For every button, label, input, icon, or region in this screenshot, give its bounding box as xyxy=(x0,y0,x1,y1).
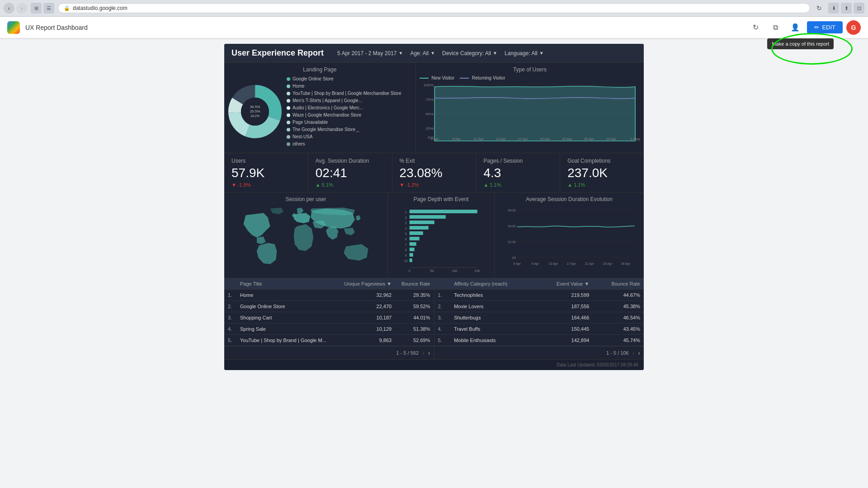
reader-btn[interactable]: ☰ xyxy=(43,3,54,14)
new-visitor-legend: New Visitor xyxy=(420,75,454,80)
report-header: User Experience Report 5 Apr 2017 - 2 Ma… xyxy=(224,44,644,63)
affinity-value-3: 164,466 xyxy=(536,312,593,324)
legend-dot-5 xyxy=(287,106,290,110)
reload-button[interactable]: ↻ xyxy=(814,3,825,14)
metric-users-label: Users xyxy=(231,158,301,164)
svg-text:04:30: 04:30 xyxy=(508,209,516,212)
legend-dot-1 xyxy=(287,77,290,81)
landing-page-section: Landing Page xyxy=(224,63,416,153)
svg-text:25%: 25% xyxy=(425,126,434,130)
legend-item-8: The Google Merchandise Store _ xyxy=(287,126,401,133)
row-num-3: 3. xyxy=(224,312,236,324)
page-table-header: Page Title Unique Pageviews ▼ Bounce Rat… xyxy=(224,278,434,290)
edit-pencil-icon: ✏ xyxy=(814,24,819,31)
svg-text:9 Apr: 9 Apr xyxy=(532,262,539,266)
affinity-bounce-2: 45.38% xyxy=(593,301,644,312)
row-views-5: 9,863 xyxy=(337,335,396,346)
svg-text:7: 7 xyxy=(405,243,407,246)
world-map-svg xyxy=(228,205,384,274)
row-title-2: Google Online Store xyxy=(236,301,337,312)
report-container: User Experience Report 5 Apr 2017 - 2 Ma… xyxy=(224,44,644,370)
language-arrow: ▼ xyxy=(539,51,544,56)
page-table-prev[interactable]: ‹ xyxy=(422,349,425,357)
fullscreen-btn[interactable]: ⊡ xyxy=(854,3,864,14)
legend-item-5: Audio | Electronics | Google Merc... xyxy=(287,104,401,112)
row-views-3: 10,187 xyxy=(337,312,396,324)
new-visitor-label: New Visitor xyxy=(432,75,454,80)
edit-label: EDIT xyxy=(822,24,835,31)
legend-dot-2 xyxy=(287,84,290,88)
affinity-bounce-1: 44.67% xyxy=(593,290,644,301)
dashboard-wrapper: User Experience Report 5 Apr 2017 - 2 Ma… xyxy=(217,38,651,375)
legend-label-5: Audio | Electronics | Google Merc... xyxy=(292,104,363,112)
refresh-report-button[interactable]: ↻ xyxy=(747,19,764,36)
metric-goal-change: ▲ 1.1% xyxy=(567,182,637,188)
svg-text:0: 0 xyxy=(409,269,410,272)
affinity-value-5: 142,894 xyxy=(536,335,593,346)
age-filter[interactable]: Age: All ▼ xyxy=(410,50,435,56)
bar-8 xyxy=(410,248,415,251)
col-bounce-rate-a: Bounce Rate xyxy=(593,278,644,290)
legend-item-10: others xyxy=(287,141,401,148)
bar-1 xyxy=(410,210,477,213)
table-row: 5. YouTube | Shop by Brand | Google M...… xyxy=(224,335,434,346)
row-bounce-2: 59.52% xyxy=(395,301,434,312)
download-btn[interactable]: ⬇ xyxy=(828,3,839,14)
page-table-body: 1. Home 32,962 29.35% 2. Google Online S… xyxy=(224,290,434,346)
type-users-section: Type of Users New Visitor Returning Visi… xyxy=(416,63,644,153)
row-bounce-3: 44.01% xyxy=(395,312,434,324)
page-table-next[interactable]: › xyxy=(428,349,430,357)
metric-goal: Goal Completions 237.0K ▲ 1.1% xyxy=(560,153,644,192)
share-btn[interactable]: ⬆ xyxy=(841,3,852,14)
donut-container: 30.5% 25.5% 18.2% Google Online Store Ho… xyxy=(228,75,412,148)
edit-button[interactable]: ✏ EDIT xyxy=(807,21,843,33)
legend-item-2: Home xyxy=(287,83,401,90)
affinity-num-3: 3. xyxy=(434,312,451,324)
tab-btn[interactable]: ⊞ xyxy=(31,3,42,14)
svg-text:13 Apr: 13 Apr xyxy=(549,262,558,266)
svg-text:03:00: 03:00 xyxy=(508,225,516,228)
session-per-user-title: Session per user xyxy=(228,196,384,202)
language-filter[interactable]: Language: All ▼ xyxy=(505,50,544,56)
date-range-filter[interactable]: 5 Apr 2017 - 2 May 2017 ▼ xyxy=(337,50,403,56)
page-depth-section: Page Depth with Event 1 2 3 4 5 6 7 8 9 … xyxy=(388,192,495,278)
copy-report-button[interactable]: ⧉ xyxy=(767,19,783,36)
affinity-table-prev[interactable]: ‹ xyxy=(632,349,635,357)
row-title-4: Spring Sale xyxy=(236,324,337,335)
table-row: 1. Technophiles 219,599 44.67% xyxy=(434,290,644,301)
bar-6 xyxy=(410,237,420,240)
page-table-footer: 1 - 5 / 562 ‹ › xyxy=(224,346,434,359)
row-bounce-5: 52.69% xyxy=(395,335,434,346)
affinity-table-section: Affinity Category (reach) Event Value ▼ … xyxy=(434,278,644,359)
avatar[interactable]: G xyxy=(846,20,861,35)
legend-dot-4 xyxy=(287,99,290,103)
device-filter[interactable]: Device Category: All ▼ xyxy=(442,50,497,56)
affinity-title-3: Shutterbugs xyxy=(450,312,536,324)
svg-text:8: 8 xyxy=(405,249,407,252)
share-report-button[interactable]: 👤 xyxy=(787,19,803,36)
browser-chrome: ‹ › ⊞ ☰ 🔒 datastudio.google.com ↻ ⬇ ⬆ ⊡ xyxy=(0,0,868,17)
affinity-table-next[interactable]: › xyxy=(638,349,640,357)
svg-text:5 Apr: 5 Apr xyxy=(514,262,521,266)
page-table: Page Title Unique Pageviews ▼ Bounce Rat… xyxy=(224,278,434,346)
affinity-value-1: 219,599 xyxy=(536,290,593,301)
table-row: 5. Mobile Enthusiasts 142,894 45.74% xyxy=(434,335,644,346)
address-bar[interactable]: 🔒 datastudio.google.com xyxy=(58,3,810,13)
svg-text:1: 1 xyxy=(405,211,407,214)
svg-text:10K: 10K xyxy=(452,269,458,272)
affinity-num-5: 5. xyxy=(434,335,451,346)
avg-session-section: Average Session Duration Evolution 04:30… xyxy=(495,192,644,278)
metric-pages: Pages / Session 4.3 ▲ 1.1% xyxy=(476,153,560,192)
svg-text:30.5%: 30.5% xyxy=(250,105,260,109)
legend-dot-9 xyxy=(287,135,290,139)
svg-text:3: 3 xyxy=(405,221,407,225)
back-button[interactable]: ‹ xyxy=(4,3,14,14)
lock-icon: 🔒 xyxy=(64,5,70,11)
svg-text:8 Apr: 8 Apr xyxy=(453,137,461,141)
affinity-table-pagination: 1 - 5 / 106 xyxy=(606,350,629,356)
table-row: 1. Home 32,962 29.35% xyxy=(224,290,434,301)
forward-button[interactable]: › xyxy=(16,3,27,14)
metric-exit-value: 23.08% xyxy=(400,166,469,180)
header-right: ↻ ⧉ 👤 ✏ EDIT G Make a copy of this repor… xyxy=(747,19,861,36)
affinity-table: Affinity Category (reach) Event Value ▼ … xyxy=(434,278,644,346)
